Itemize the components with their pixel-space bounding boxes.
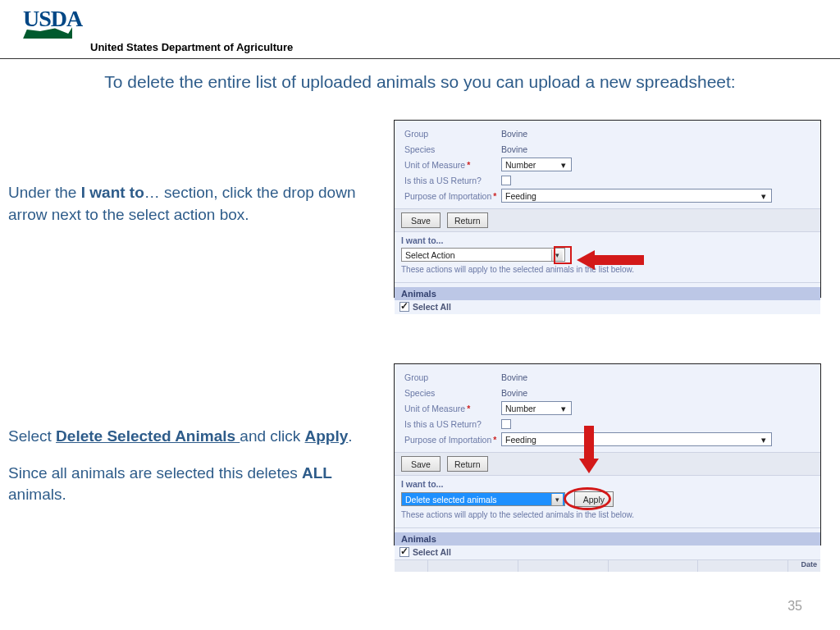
i-want-to-note: These actions will apply to the selected… xyxy=(401,510,814,519)
select-all-label: Select All xyxy=(413,547,451,557)
i-want-to-section-1: I want to... Select Action ▾ These actio… xyxy=(395,231,820,282)
purpose-select[interactable]: Feeding▾ xyxy=(501,432,772,446)
usreturn-checkbox[interactable] xyxy=(501,176,511,185)
select-all-label: Select All xyxy=(413,302,451,312)
group-value: Bovine xyxy=(501,372,527,382)
chevron-down-icon: ▾ xyxy=(757,435,769,445)
purpose-label: Purpose of Importation* xyxy=(404,191,501,201)
purpose-select[interactable]: Feeding▾ xyxy=(501,189,772,203)
step2-l1-mid: and click xyxy=(240,427,304,445)
i-want-to-note: These actions will apply to the selected… xyxy=(401,265,814,274)
usda-logo-text: USDA xyxy=(23,8,82,29)
animals-header: Animals xyxy=(395,532,820,546)
save-button[interactable]: Save xyxy=(401,456,441,472)
return-button[interactable]: Return xyxy=(447,456,488,472)
select-all-row: Select All xyxy=(395,300,820,314)
species-value: Bovine xyxy=(501,144,527,154)
step-2-row: Select Delete Selected Animals and click… xyxy=(0,363,840,546)
step2-l2-bold: ALL xyxy=(302,464,332,482)
step2-l1-und2: Apply xyxy=(305,427,349,445)
save-button[interactable]: Save xyxy=(401,212,441,228)
step1-bold: I want to xyxy=(81,184,144,201)
select-action-dropdown-selected[interactable]: Delete selected animals ▾ xyxy=(401,492,565,506)
apply-button[interactable]: Apply xyxy=(574,491,614,507)
usreturn-label: Is this a US Return? xyxy=(404,176,501,185)
i-want-to-section-2: I want to... Delete selected animals ▾ A… xyxy=(395,475,820,527)
step-1-screenshot-container: GroupBovine SpeciesBovine Unit of Measur… xyxy=(394,120,840,298)
usreturn-label: Is this a US Return? xyxy=(404,419,501,429)
uom-select[interactable]: Number▾ xyxy=(501,401,572,415)
usda-logo: USDA xyxy=(23,8,82,39)
select-all-checkbox[interactable] xyxy=(399,302,409,312)
return-button[interactable]: Return xyxy=(447,212,488,228)
group-label: Group xyxy=(404,372,501,382)
page-number: 35 xyxy=(788,599,802,614)
chevron-down-icon: ▾ xyxy=(551,249,563,261)
button-bar-1: Save Return xyxy=(395,208,820,231)
group-label: Group xyxy=(404,129,501,139)
animals-header: Animals xyxy=(395,287,820,300)
step2-l1-pre: Select xyxy=(8,427,56,445)
species-label: Species xyxy=(404,388,501,398)
uom-label: Unit of Measure* xyxy=(404,160,501,170)
chevron-down-icon: ▾ xyxy=(757,191,769,201)
select-action-dropdown[interactable]: Select Action ▾ xyxy=(401,248,565,262)
main-heading: To delete the entire list of uploaded an… xyxy=(0,72,840,92)
purpose-label: Purpose of Importation* xyxy=(404,435,501,445)
step2-l2-pre: Since all animals are selected this dele… xyxy=(8,464,302,482)
step2-l1-end: . xyxy=(348,427,352,445)
fields-area-1: GroupBovine SpeciesBovine Unit of Measur… xyxy=(395,121,820,208)
species-value: Bovine xyxy=(501,388,527,398)
i-want-to-legend: I want to... xyxy=(401,235,814,245)
uom-select[interactable]: Number▾ xyxy=(501,158,572,171)
usreturn-checkbox[interactable] xyxy=(501,419,511,429)
step1-pre: Under the xyxy=(8,184,81,201)
date-column-header: Date xyxy=(788,560,820,572)
species-label: Species xyxy=(404,144,501,154)
department-name: United States Department of Agriculture xyxy=(90,41,293,53)
step2-l2-post: animals. xyxy=(8,486,66,503)
screenshot-2: GroupBovine SpeciesBovine Unit of Measur… xyxy=(394,363,821,546)
step-1-row: Under the I want to… section, click the … xyxy=(0,120,840,298)
animal-list-headers: Date xyxy=(395,559,820,572)
page-header: USDA United States Department of Agricul… xyxy=(0,0,840,59)
group-value: Bovine xyxy=(501,129,527,139)
select-all-row: Select All xyxy=(395,546,820,559)
uom-label: Unit of Measure* xyxy=(404,404,501,413)
button-bar-2: Save Return xyxy=(395,452,820,475)
chevron-down-icon: ▾ xyxy=(557,160,569,170)
step-1-text: Under the I want to… section, click the … xyxy=(0,120,394,226)
fields-area-2: GroupBovine SpeciesBovine Unit of Measur… xyxy=(395,364,820,452)
step-2-text: Select Delete Selected Animals and click… xyxy=(0,363,394,506)
select-all-checkbox[interactable] xyxy=(399,547,409,557)
chevron-down-icon: ▾ xyxy=(557,404,569,413)
step2-l1-und1: Delete Selected Animals xyxy=(56,427,240,445)
i-want-to-legend: I want to... xyxy=(401,479,814,489)
screenshot-1: GroupBovine SpeciesBovine Unit of Measur… xyxy=(394,120,821,298)
chevron-down-icon: ▾ xyxy=(551,494,563,505)
step-2-screenshot-container: GroupBovine SpeciesBovine Unit of Measur… xyxy=(394,363,840,546)
